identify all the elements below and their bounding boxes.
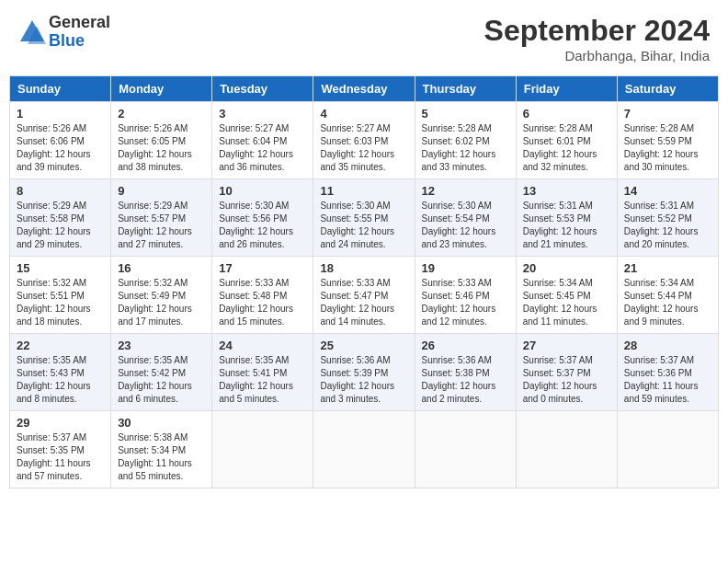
day-number: 17 [219,261,306,275]
day-info: Sunrise: 5:30 AMSunset: 5:55 PMDaylight:… [320,200,407,251]
calendar-body: 1Sunrise: 5:26 AMSunset: 6:06 PMDaylight… [10,102,719,488]
day-number: 27 [523,339,610,352]
calendar-cell: 13Sunrise: 5:31 AMSunset: 5:53 PMDayligh… [516,179,617,257]
calendar-week-row: 15Sunrise: 5:32 AMSunset: 5:51 PMDayligh… [10,257,719,334]
day-info: Sunrise: 5:33 AMSunset: 5:47 PMDaylight:… [320,277,407,328]
logo-general-text: General [49,14,110,32]
day-number: 10 [219,184,306,198]
column-header-thursday: Thursday [415,76,516,102]
calendar-cell: 22Sunrise: 5:35 AMSunset: 5:43 PMDayligh… [10,334,111,411]
calendar-cell: 27Sunrise: 5:37 AMSunset: 5:37 PMDayligh… [516,334,617,411]
day-info: Sunrise: 5:29 AMSunset: 5:57 PMDaylight:… [118,200,205,251]
calendar-cell: 30Sunrise: 5:38 AMSunset: 5:34 PMDayligh… [111,411,212,488]
calendar-cell: 8Sunrise: 5:29 AMSunset: 5:58 PMDaylight… [10,179,111,257]
header-row: SundayMondayTuesdayWednesdayThursdayFrid… [10,76,719,102]
day-number: 20 [523,261,610,275]
column-header-monday: Monday [111,76,212,102]
calendar-cell: 23Sunrise: 5:35 AMSunset: 5:42 PMDayligh… [111,334,212,411]
title-area: September 2024 Darbhanga, Bihar, India [484,14,710,63]
calendar-week-row: 8Sunrise: 5:29 AMSunset: 5:58 PMDaylight… [10,179,719,257]
day-info: Sunrise: 5:29 AMSunset: 5:58 PMDaylight:… [17,200,104,251]
day-info: Sunrise: 5:35 AMSunset: 5:42 PMDaylight:… [118,354,205,406]
day-info: Sunrise: 5:28 AMSunset: 6:01 PMDaylight:… [523,122,610,174]
day-info: Sunrise: 5:32 AMSunset: 5:49 PMDaylight:… [118,277,205,328]
day-info: Sunrise: 5:35 AMSunset: 5:41 PMDaylight:… [219,354,306,406]
day-number: 2 [118,107,205,121]
day-info: Sunrise: 5:34 AMSunset: 5:44 PMDaylight:… [624,277,711,328]
calendar-cell: 11Sunrise: 5:30 AMSunset: 5:55 PMDayligh… [313,179,415,257]
calendar-cell: 5Sunrise: 5:28 AMSunset: 6:02 PMDaylight… [415,102,516,179]
day-number: 15 [17,261,104,275]
calendar-cell [313,411,415,488]
calendar-cell: 19Sunrise: 5:33 AMSunset: 5:46 PMDayligh… [415,257,516,334]
calendar-cell: 29Sunrise: 5:37 AMSunset: 5:35 PMDayligh… [10,411,111,488]
day-number: 24 [219,339,306,352]
day-info: Sunrise: 5:37 AMSunset: 5:36 PMDaylight:… [624,354,711,406]
calendar-table: SundayMondayTuesdayWednesdayThursdayFrid… [9,75,719,488]
calendar-cell: 6Sunrise: 5:28 AMSunset: 6:01 PMDaylight… [516,102,617,179]
day-info: Sunrise: 5:26 AMSunset: 6:05 PMDaylight:… [118,122,205,174]
day-number: 11 [320,184,407,198]
day-info: Sunrise: 5:30 AMSunset: 5:56 PMDaylight:… [219,200,306,251]
day-number: 19 [422,261,509,275]
calendar-cell: 4Sunrise: 5:27 AMSunset: 6:03 PMDaylight… [313,102,415,179]
day-info: Sunrise: 5:31 AMSunset: 5:52 PMDaylight:… [624,200,711,251]
calendar-cell: 15Sunrise: 5:32 AMSunset: 5:51 PMDayligh… [10,257,111,334]
calendar-cell: 14Sunrise: 5:31 AMSunset: 5:52 PMDayligh… [617,179,718,257]
day-number: 29 [17,416,104,430]
calendar-cell: 1Sunrise: 5:26 AMSunset: 6:06 PMDaylight… [10,102,111,179]
calendar-cell [212,411,313,488]
column-header-friday: Friday [516,76,617,102]
day-number: 22 [17,339,104,352]
logo: General Blue [18,14,110,51]
calendar-cell: 28Sunrise: 5:37 AMSunset: 5:36 PMDayligh… [617,334,718,411]
calendar-cell: 17Sunrise: 5:33 AMSunset: 5:48 PMDayligh… [212,257,313,334]
day-number: 1 [17,107,104,121]
calendar-cell [617,411,718,488]
page-header: General Blue September 2024 Darbhanga, B… [9,9,719,68]
day-number: 26 [422,339,509,352]
day-number: 9 [118,184,205,198]
day-info: Sunrise: 5:30 AMSunset: 5:54 PMDaylight:… [422,200,509,251]
calendar-cell [415,411,516,488]
day-info: Sunrise: 5:36 AMSunset: 5:39 PMDaylight:… [320,354,407,406]
day-info: Sunrise: 5:28 AMSunset: 5:59 PMDaylight:… [624,122,711,174]
day-number: 13 [523,184,610,198]
day-info: Sunrise: 5:35 AMSunset: 5:43 PMDaylight:… [17,354,104,406]
day-number: 23 [118,339,205,352]
calendar-cell: 21Sunrise: 5:34 AMSunset: 5:44 PMDayligh… [617,257,718,334]
column-header-wednesday: Wednesday [313,76,415,102]
day-number: 4 [320,107,407,121]
column-header-saturday: Saturday [617,76,718,102]
day-number: 25 [320,339,407,352]
column-header-sunday: Sunday [10,76,111,102]
day-number: 28 [624,339,711,352]
calendar-week-row: 1Sunrise: 5:26 AMSunset: 6:06 PMDaylight… [10,102,719,179]
calendar-cell: 2Sunrise: 5:26 AMSunset: 6:05 PMDaylight… [111,102,212,179]
day-info: Sunrise: 5:26 AMSunset: 6:06 PMDaylight:… [17,122,104,174]
day-number: 5 [422,107,509,121]
calendar-cell: 26Sunrise: 5:36 AMSunset: 5:38 PMDayligh… [415,334,516,411]
day-info: Sunrise: 5:27 AMSunset: 6:03 PMDaylight:… [320,122,407,174]
day-info: Sunrise: 5:33 AMSunset: 5:46 PMDaylight:… [422,277,509,328]
column-header-tuesday: Tuesday [212,76,313,102]
calendar-cell [516,411,617,488]
day-info: Sunrise: 5:37 AMSunset: 5:37 PMDaylight:… [523,354,610,406]
day-number: 30 [118,416,205,430]
day-number: 6 [523,107,610,121]
day-info: Sunrise: 5:27 AMSunset: 6:04 PMDaylight:… [219,122,306,174]
calendar-week-row: 29Sunrise: 5:37 AMSunset: 5:35 PMDayligh… [10,411,719,488]
day-number: 3 [219,107,306,121]
day-info: Sunrise: 5:31 AMSunset: 5:53 PMDaylight:… [523,200,610,251]
calendar-cell: 20Sunrise: 5:34 AMSunset: 5:45 PMDayligh… [516,257,617,334]
month-title: September 2024 [484,14,710,48]
calendar-cell: 24Sunrise: 5:35 AMSunset: 5:41 PMDayligh… [212,334,313,411]
calendar-cell: 16Sunrise: 5:32 AMSunset: 5:49 PMDayligh… [111,257,212,334]
day-number: 14 [624,184,711,198]
calendar-cell: 12Sunrise: 5:30 AMSunset: 5:54 PMDayligh… [415,179,516,257]
day-number: 8 [17,184,104,198]
calendar-cell: 9Sunrise: 5:29 AMSunset: 5:57 PMDaylight… [111,179,212,257]
day-number: 18 [320,261,407,275]
location: Darbhanga, Bihar, India [484,48,710,63]
calendar-cell: 18Sunrise: 5:33 AMSunset: 5:47 PMDayligh… [313,257,415,334]
